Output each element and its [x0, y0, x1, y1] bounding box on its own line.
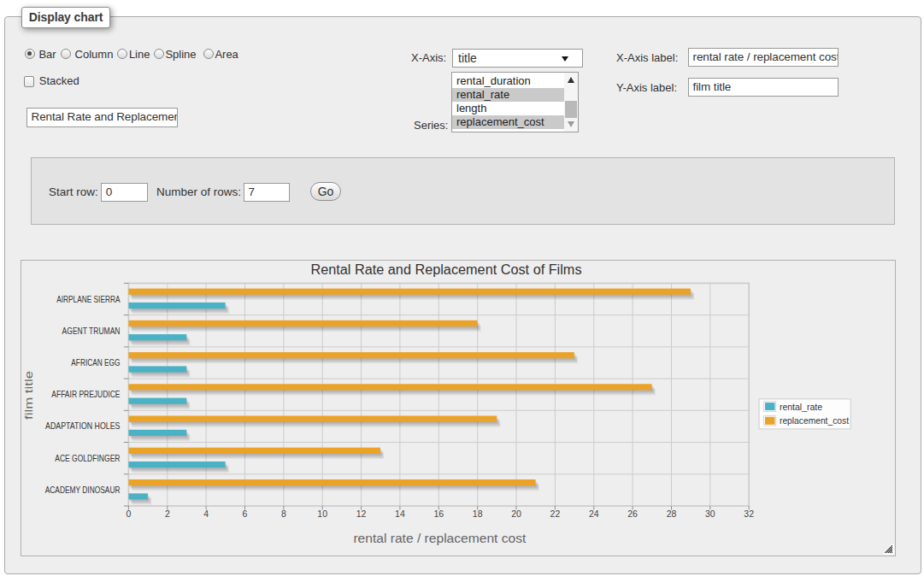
svg-text:14: 14 [395, 509, 405, 519]
svg-text:AFFAIR PREJUDICE: AFFAIR PREJUDICE [51, 389, 120, 399]
svg-text:rental_rate: rental_rate [780, 402, 822, 412]
svg-text:replacement_cost: replacement_cost [780, 415, 849, 426]
svg-text:20: 20 [511, 509, 521, 519]
svg-text:12: 12 [356, 509, 367, 519]
svg-text:rental rate / replacement cost: rental rate / replacement cost [353, 532, 526, 545]
svg-text:6: 6 [243, 509, 248, 519]
svg-text:AGENT TRUMAN: AGENT TRUMAN [62, 326, 121, 336]
svg-text:AFRICAN EGG: AFRICAN EGG [71, 357, 120, 367]
svg-text:ADAPTATION HOLES: ADAPTATION HOLES [45, 420, 120, 431]
svg-text:AIRPLANE SIERRA: AIRPLANE SIERRA [56, 294, 120, 304]
svg-text:26: 26 [627, 509, 638, 519]
svg-text:film title: film title [22, 371, 35, 420]
svg-text:16: 16 [433, 509, 444, 519]
svg-text:ACE GOLDFINGER: ACE GOLDFINGER [55, 453, 121, 463]
svg-text:4: 4 [203, 509, 209, 519]
svg-text:32: 32 [744, 509, 754, 519]
svg-text:30: 30 [705, 509, 715, 519]
svg-text:2: 2 [165, 509, 170, 519]
svg-text:ACADEMY DINOSAUR: ACADEMY DINOSAUR [45, 485, 121, 495]
svg-text:Rental Rate and Replacement Co: Rental Rate and Replacement Cost of Film… [311, 262, 582, 277]
svg-text:10: 10 [317, 509, 327, 519]
svg-text:18: 18 [473, 509, 483, 519]
svg-text:22: 22 [550, 509, 561, 519]
svg-text:0: 0 [126, 509, 131, 519]
svg-text:8: 8 [281, 509, 286, 519]
svg-text:24: 24 [589, 509, 599, 519]
svg-text:28: 28 [667, 509, 677, 519]
